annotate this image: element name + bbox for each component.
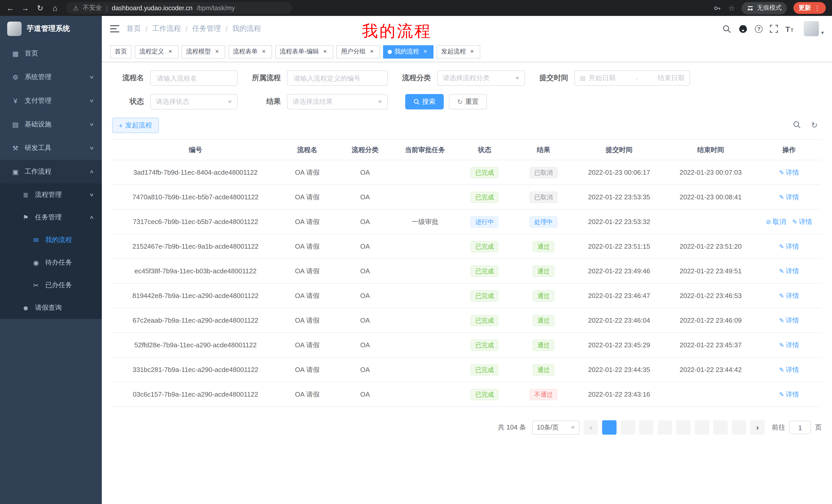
more-pages-button[interactable] xyxy=(713,420,728,435)
refresh-icon: ↻ xyxy=(457,98,463,106)
search-icon[interactable] xyxy=(723,24,731,33)
close-icon[interactable]: × xyxy=(321,48,329,55)
detail-link[interactable]: ✎详情 xyxy=(779,168,799,177)
sidebar-item-todo-tasks[interactable]: ◉ 待办任务 xyxy=(0,251,102,274)
close-icon[interactable]: × xyxy=(213,48,220,55)
bookmark-star-icon[interactable]: ☆ xyxy=(728,4,735,12)
breadcrumb-item[interactable]: 任务管理 / xyxy=(192,24,228,33)
sidebar-item-done-tasks[interactable]: ✂ 已办任务 xyxy=(0,274,102,297)
user-avatar[interactable] xyxy=(804,21,819,36)
cell-category: OA xyxy=(336,308,394,333)
tab-process-form-edit[interactable]: 流程表单-编辑 × xyxy=(275,45,333,58)
sidebar-menu: ▦ 首页 ⚙ 系统管理 ∨ ¥ 支付管理 ∨ ▤ 基础设施 ∨ ⚒ 研发工具 ∨… xyxy=(0,41,102,319)
result-select[interactable]: 请选择流结果 xyxy=(287,94,388,109)
browser-forward-icon[interactable]: → xyxy=(21,4,29,12)
close-icon[interactable]: × xyxy=(468,48,476,55)
goto-label: 前往 xyxy=(772,423,785,432)
date-range-picker[interactable]: ⊞ 开始日期 - 结束日期 xyxy=(574,71,690,86)
browser-update-button[interactable]: 更新 ⋮ xyxy=(794,2,826,14)
sidebar-item-infrastructure[interactable]: ▤ 基础设施 ∨ xyxy=(0,113,102,136)
github-icon[interactable] xyxy=(739,24,748,33)
close-icon[interactable]: × xyxy=(260,48,267,55)
status-select[interactable]: 请选择状态 xyxy=(150,94,238,109)
page-size-select[interactable]: 10条/页 xyxy=(532,420,579,435)
refresh-table-icon[interactable]: ↻ xyxy=(811,121,817,130)
tab-start-process[interactable]: 发起流程 × xyxy=(437,45,480,58)
status-label: 状态 xyxy=(112,97,144,106)
goto-page-input[interactable] xyxy=(789,421,811,434)
cell-current-task[interactable]: 一级审批 xyxy=(394,209,455,234)
category-select[interactable]: 请选择流程分类 xyxy=(437,71,525,86)
detail-link[interactable]: ✎详情 xyxy=(779,291,799,300)
close-icon[interactable]: × xyxy=(166,48,174,55)
page-button[interactable] xyxy=(732,420,746,435)
help-icon[interactable]: ? xyxy=(755,25,763,33)
detail-link[interactable]: ✎详情 xyxy=(779,192,799,202)
breadcrumb-item[interactable]: 工作流程 / xyxy=(152,24,188,33)
detail-link[interactable]: ✎详情 xyxy=(779,267,799,276)
browser-home-icon[interactable]: ⌂ xyxy=(51,4,59,12)
next-page-button[interactable]: › xyxy=(750,420,765,435)
sidebar-item-dev-tools[interactable]: ⚒ 研发工具 ∨ xyxy=(0,136,102,160)
font-size-icon[interactable]: TT xyxy=(785,25,794,33)
tab-process-definition[interactable]: 流程定义 × xyxy=(135,45,178,58)
filter-submit-time: 提交时间 ⊞ 开始日期 - 结束日期 xyxy=(538,71,690,86)
page-button[interactable] xyxy=(621,420,635,435)
sidebar-item-home[interactable]: ▦ 首页 xyxy=(0,41,102,65)
page-buttons xyxy=(602,420,746,435)
breadcrumb-item[interactable]: 我的流程 xyxy=(232,24,261,33)
edit-icon: ✎ xyxy=(779,292,784,299)
sidebar-item-workflow[interactable]: ▣ 工作流程 ∧ xyxy=(0,160,102,184)
sidebar-item-system[interactable]: ⚙ 系统管理 ∨ xyxy=(0,65,102,89)
process-def-input[interactable] xyxy=(287,71,388,86)
detail-link[interactable]: ✎详情 xyxy=(779,316,799,325)
chevron-down-icon xyxy=(228,101,232,105)
detail-link[interactable]: ✎详情 xyxy=(779,242,799,251)
page-button[interactable] xyxy=(658,420,672,435)
chevron-down-icon xyxy=(378,101,382,105)
tab-process-model[interactable]: 流程模型 × xyxy=(182,45,225,58)
status-badge: 已完成 xyxy=(471,241,498,252)
cell-status: 已完成 xyxy=(456,160,514,185)
sidebar-item-my-process[interactable]: ✉ 我的流程 xyxy=(0,229,102,251)
app-logo[interactable]: 芋道管理系统 xyxy=(0,16,102,41)
cancel-link[interactable]: ⊘取消 xyxy=(766,217,786,226)
sidebar-toggle-icon[interactable] xyxy=(110,25,119,32)
page-button[interactable] xyxy=(639,420,654,435)
browser-reload-icon[interactable]: ↻ xyxy=(36,4,44,12)
menu-label: 研发工具 xyxy=(25,143,51,152)
browser-back-icon[interactable]: ← xyxy=(6,4,15,12)
tab-process-form[interactable]: 流程表单 × xyxy=(228,45,272,58)
detail-link[interactable]: ✎详情 xyxy=(779,340,799,349)
address-bar[interactable]: ⚠ 不安全 | dashboard.yudao.iocoder.cn/bpm/t… xyxy=(66,2,292,14)
tab-user-group[interactable]: 用户分组 × xyxy=(336,45,380,58)
search-toggle-icon[interactable] xyxy=(793,120,801,130)
page-button[interactable] xyxy=(695,420,709,435)
detail-link[interactable]: ✎详情 xyxy=(779,365,799,374)
user-menu[interactable]: ▾ xyxy=(804,21,824,36)
close-icon[interactable]: × xyxy=(422,48,429,55)
page-button[interactable] xyxy=(602,420,617,435)
page-button[interactable] xyxy=(676,420,691,435)
sidebar-item-leave-query[interactable]: ☻ 请假查询 xyxy=(0,297,102,319)
tab-home[interactable]: 首页 xyxy=(110,45,132,58)
detail-link[interactable]: ✎详情 xyxy=(779,390,799,399)
create-process-button[interactable]: + 发起流程 xyxy=(112,118,159,133)
sidebar-item-payment[interactable]: ¥ 支付管理 ∨ xyxy=(0,89,102,113)
fullscreen-icon[interactable] xyxy=(770,25,778,33)
search-button[interactable]: 搜索 xyxy=(405,94,444,109)
browser-menu-icon[interactable]: ⋮ xyxy=(814,4,821,12)
chat-icon: ✉ xyxy=(31,236,41,244)
cell-current-task xyxy=(394,160,455,185)
table-toolbar: + 发起流程 ↻ xyxy=(112,118,822,133)
detail-link[interactable]: ✎详情 xyxy=(792,217,812,226)
prev-page-button[interactable]: ‹ xyxy=(583,420,598,435)
process-name-input[interactable] xyxy=(150,71,238,86)
breadcrumb-item[interactable]: 首页 / xyxy=(127,24,148,33)
tab-my-process[interactable]: 我的流程 × xyxy=(383,45,434,58)
sidebar-item-task-manage[interactable]: ⚑ 任务管理 ∧ xyxy=(0,206,102,229)
sidebar-item-process-manage[interactable]: ≣ 流程管理 ∨ xyxy=(0,184,102,206)
close-icon[interactable]: × xyxy=(368,48,375,55)
password-key-icon[interactable] xyxy=(713,4,722,12)
reset-button[interactable]: ↻ 重置 xyxy=(449,94,487,109)
